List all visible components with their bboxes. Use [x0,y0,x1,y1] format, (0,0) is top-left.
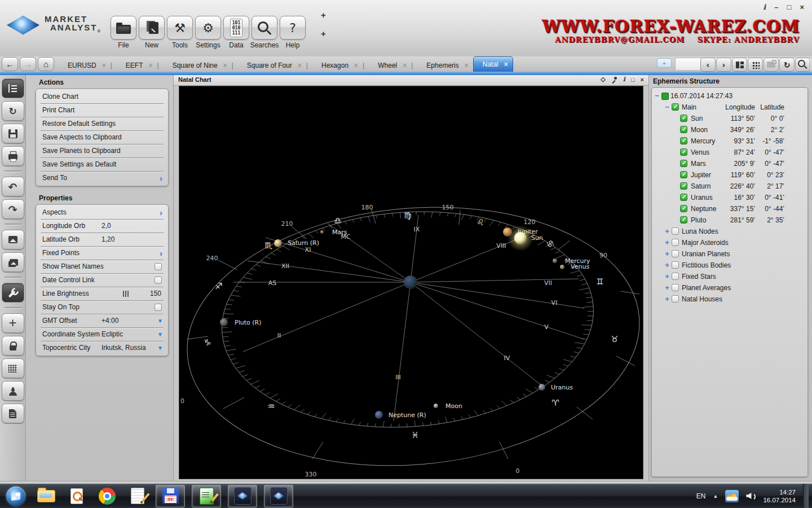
add-button[interactable] [2,313,24,333]
planet-checkbox[interactable] [680,137,687,144]
settings-toolbar-button[interactable]: ⚙ Settings [196,16,220,49]
expert-button[interactable] [2,381,24,401]
send-to-action[interactable]: Send To › [41,172,164,185]
group-checkbox[interactable] [672,295,679,303]
planet-averages-group-row[interactable]: + Planet Averages [652,282,807,294]
restore-default-settings-action[interactable]: Restore Default Settings [41,117,164,131]
notepad-taskbar-button[interactable] [126,485,149,507]
line-brightness-slider[interactable] [123,291,129,297]
ma-app2-taskbar-button[interactable] [264,485,293,507]
print-chart-action[interactable]: Print Chart [41,104,164,117]
planet-checkbox[interactable] [680,194,687,201]
diamond-icon[interactable]: ◇ [601,76,605,83]
expand-expander[interactable]: + [664,226,670,237]
group-checkbox[interactable] [672,284,679,291]
planet-checkbox[interactable] [680,126,687,133]
expand-expander[interactable]: + [664,294,670,305]
square-of-four-tab[interactable]: Square of Four × | [238,59,312,72]
aspects-property-row[interactable]: Aspects › [41,206,164,220]
close-panel-icon[interactable]: × [641,76,644,83]
fixed-stars-group-row[interactable]: + Fixed Stars [652,271,807,282]
volume-icon[interactable] [746,492,756,500]
dropdown-arrow-icon[interactable]: ▼ [157,314,163,327]
wrench-button[interactable] [2,283,24,303]
expand-expander[interactable]: + [664,260,670,271]
grid-button[interactable] [2,358,24,378]
ma-notes-taskbar-button[interactable] [192,485,221,507]
uranus-ephemeris-row[interactable]: Uranus 16° 30’ 0° -41’ [652,192,807,203]
sun-ephemeris-row[interactable]: Sun 113° 50’ 0° 0’ [652,113,807,124]
weather-tray-icon[interactable] [725,490,739,502]
tab-close-icon[interactable]: × [354,62,358,69]
saturn-ephemeris-row[interactable]: Saturn 226° 40’ 2° 17’ [652,181,807,192]
expand-expander[interactable]: + [664,282,670,294]
planet-checkbox[interactable] [680,148,687,156]
lock-button[interactable] [2,336,24,356]
pluto-ephemeris-row[interactable]: Pluto 281° 59’ 2° 35’ [652,214,807,226]
new-toolbar-button[interactable]: New [139,16,164,49]
tools-toolbar-button[interactable]: ⚒ Tools [167,16,192,49]
line-brightness-property-row[interactable]: Line Brightness 150 [41,287,164,301]
restore-panel-icon[interactable]: □ [631,76,635,83]
tab-close-icon[interactable]: × [504,60,508,68]
file-toolbar-button[interactable]: File [111,16,136,49]
chart-structure-button[interactable] [2,78,24,98]
tab-close-icon[interactable]: × [148,62,152,69]
planet-checkbox[interactable] [680,160,687,167]
wheel-tab[interactable]: Wheel × | [369,59,417,72]
scroll-right-button[interactable]: › [716,58,731,72]
minimize-button[interactable]: – [774,3,778,11]
group-checkbox[interactable] [672,239,679,246]
hexagon-tab[interactable]: Hexagon × | [312,59,369,72]
info-icon[interactable]: i [763,3,766,11]
pin-icon[interactable] [611,76,617,82]
planet-checkbox[interactable] [680,171,687,178]
find-button[interactable] [795,58,810,72]
save-settings-as-default-action[interactable]: Save Settings as Default [41,158,164,172]
save-planets-to-clipboard-action[interactable]: Save Planets to Clipboard [41,144,164,158]
jupiter-ephemeris-row[interactable]: Jupiter 119° 60’ 0° 23’ [652,169,807,181]
planet-checkbox[interactable] [680,182,687,190]
save-button[interactable] [2,124,24,143]
thumbnails-button[interactable] [748,58,763,72]
search-doc-taskbar-button[interactable] [65,485,88,507]
restore-button[interactable]: □ [787,3,792,11]
collapse-expander[interactable]: − [664,102,670,113]
expand-expander[interactable]: + [664,237,670,248]
eurusd-tab[interactable]: EURUSD × | [59,59,117,72]
main-group-row[interactable]: − Main Longitude Latitude [652,102,807,113]
venus-ephemeris-row[interactable]: Venus 87° 24’ 0° -47’ [652,147,807,158]
topocentric-city-property-row[interactable]: Topocentric City Irkutsk, Russia ▼ [41,341,164,354]
clock[interactable]: 14:27 16.07.2014 [763,488,796,504]
group-checkbox[interactable] [672,227,679,235]
clone-chart-action[interactable]: Clone Chart [41,90,164,104]
home-button[interactable]: ⌂ [38,57,54,71]
dropdown-arrow-icon[interactable]: ▼ [157,328,163,341]
expand-expander[interactable]: + [664,248,670,260]
save-aspects-to-clipboard-action[interactable]: Save Aspects to Clipboard [41,131,164,144]
ephemeris-date-row[interactable]: − 16.07.2014 14:27:43 [652,90,807,102]
redo-button[interactable] [2,199,24,219]
close-button[interactable]: × [800,3,804,11]
natal-houses-group-row[interactable]: + Natal Houses [652,294,807,305]
hidden-icons-expander[interactable]: ▲ [713,493,718,499]
layout-button[interactable] [732,58,747,72]
screenshot-button[interactable] [764,58,779,72]
planet-checkbox[interactable] [680,205,687,212]
mercury-ephemeris-row[interactable]: Mercury 93° 31’ -1° -58’ [652,135,807,147]
chart-refresh-button[interactable] [2,101,24,121]
planet-checkbox[interactable] [680,115,687,122]
mars-ephemeris-row[interactable]: Mars 205° 9’ 0° -47’ [652,158,807,169]
undo-button[interactable] [2,177,24,196]
report-button[interactable] [2,404,24,423]
uranian-planets-group-row[interactable]: + Uranian Planets [652,248,807,260]
ephemeris-tab[interactable]: Ephemeris × [417,59,473,72]
eeft-tab[interactable]: EEFT × | [117,59,164,72]
property-checkbox[interactable] [155,277,162,284]
export-image-button[interactable] [2,230,24,249]
property-checkbox[interactable] [155,304,162,311]
data-toolbar-button[interactable]: 101 010 111 Data [224,16,249,49]
expand-expander[interactable]: + [664,271,670,282]
coordinate-system-property-row[interactable]: Coordinate System Ecliptic ▼ [41,328,164,341]
show-desktop-button[interactable] [803,484,809,508]
